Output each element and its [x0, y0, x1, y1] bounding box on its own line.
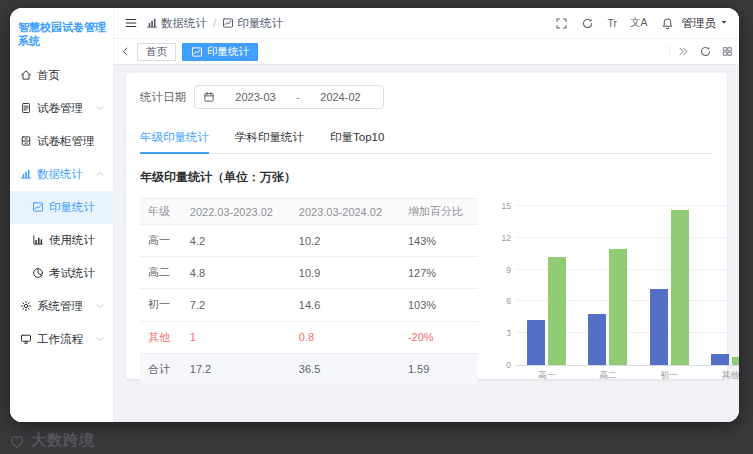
table-row: 初一7.214.6103% — [140, 289, 478, 321]
sidebar-item-label: 使用统计 — [49, 233, 105, 248]
y-axis-tick-label: 0 — [506, 360, 511, 370]
breadcrumb: 数据统计/印量统计 — [146, 16, 283, 31]
sidebar-item-home[interactable]: 首页 — [10, 59, 113, 92]
tabbar-actions — [669, 45, 733, 58]
chart-bar — [650, 289, 668, 365]
table-row: 合计17.236.51.59 — [140, 353, 478, 385]
column-header: 增加百分比 — [400, 199, 478, 225]
table-cell: 4.8 — [182, 257, 291, 289]
refresh-icon[interactable] — [581, 17, 594, 30]
gear-icon — [20, 300, 32, 312]
line-chart-icon — [222, 17, 234, 29]
topbar-actions: Tr文A — [555, 16, 673, 30]
chevron-left-icon[interactable] — [120, 46, 131, 57]
sidebar-item-data-stats[interactable]: 数据统计 — [10, 158, 113, 191]
chart-bar — [711, 354, 729, 365]
table-cell: 0.8 — [291, 321, 400, 353]
x-axis-tick-label: 高二 — [577, 365, 638, 382]
translate-icon[interactable]: 文A — [630, 16, 648, 30]
column-header: 2022.03-2023.02 — [182, 199, 291, 225]
table-cell: 高二 — [140, 257, 182, 289]
table-cell: 1.59 — [400, 353, 478, 385]
sidebar-item-label: 首页 — [37, 68, 105, 83]
column-header: 2023.03-2024.02 — [291, 199, 400, 225]
fullscreen-icon[interactable] — [555, 17, 568, 30]
tab-label: 印量统计 — [207, 45, 249, 59]
table-cell: 103% — [400, 289, 478, 321]
sidebar-item-label: 工作流程 — [37, 332, 90, 347]
chart-bar-group: 其他 — [700, 206, 739, 365]
column-chart-icon — [32, 234, 44, 246]
table-cell: 14.6 — [291, 289, 400, 321]
sidebar-item-system-mgmt[interactable]: 系统管理 — [10, 290, 113, 323]
sidebar-item-exam-stats[interactable]: 考试统计 — [10, 257, 113, 290]
table-row: 其他10.8-20% — [140, 321, 478, 353]
print-volume-chart: 03691215高一高二初一其他 — [492, 198, 739, 386]
chart-bar-group: 初一 — [639, 206, 700, 365]
table-cell: 初一 — [140, 289, 182, 321]
chart-bar — [588, 314, 606, 365]
tab-印量统计[interactable]: 印量统计 — [182, 43, 258, 61]
topbar: 数据统计/印量统计 Tr文A 管理员 — [114, 8, 739, 38]
table-cell: 17.2 — [182, 353, 291, 385]
breadcrumb-item[interactable]: 印量统计 — [222, 16, 283, 31]
bell-icon[interactable] — [661, 17, 674, 30]
line-chart-icon — [191, 46, 203, 58]
stats-tab-学科印量统计[interactable]: 学科印量统计 — [235, 123, 304, 153]
cabinet-icon — [20, 135, 32, 147]
chevron-up-icon — [95, 169, 105, 179]
refresh-icon[interactable] — [699, 45, 712, 58]
stats-tab-印量Top10[interactable]: 印量Top10 — [330, 123, 384, 153]
watermark-logo-icon — [8, 432, 26, 450]
chart-bar — [671, 210, 689, 365]
y-axis-tick-label: 3 — [506, 328, 511, 338]
user-menu[interactable]: 管理员 — [682, 16, 730, 31]
y-axis-tick-label: 15 — [502, 201, 511, 211]
sidebar-item-usage-stats[interactable]: 使用统计 — [10, 224, 113, 257]
font-size-icon[interactable]: Tr — [607, 17, 617, 29]
sidebar-item-label: 系统管理 — [37, 299, 90, 314]
sidebar-item-label: 试卷管理 — [37, 101, 90, 116]
table-cell: 7.2 — [182, 289, 291, 321]
sidebar: 智慧校园试卷管理系统 首页试卷管理试卷柜管理数据统计印量统计使用统计考试统计系统… — [10, 8, 114, 422]
bar-chart-icon — [20, 168, 32, 180]
sidebar-item-print-stats[interactable]: 印量统计 — [10, 191, 113, 224]
table-cell: -20% — [400, 321, 478, 353]
sidebar-item-label: 印量统计 — [49, 200, 105, 215]
date-range-input[interactable]: 2023-03 - 2024-02 — [194, 85, 384, 109]
tab-首页[interactable]: 首页 — [137, 43, 176, 61]
watermark-text: 大数跨境 — [31, 431, 95, 450]
table-cell: 高一 — [140, 225, 182, 257]
calendar-icon — [203, 91, 215, 103]
pie-chart-icon — [32, 267, 44, 279]
table-cell: 127% — [400, 257, 478, 289]
table-cell: 36.5 — [291, 353, 400, 385]
breadcrumb-label: 印量统计 — [237, 16, 283, 31]
monitor-icon — [20, 333, 32, 345]
table-row: 高二4.810.9127% — [140, 257, 478, 289]
sidebar-item-label: 数据统计 — [37, 167, 90, 182]
breadcrumb-item[interactable]: 数据统计 — [146, 16, 207, 31]
sidebar-item-workflow[interactable]: 工作流程 — [10, 323, 113, 356]
hamburger-icon[interactable] — [124, 16, 138, 30]
chart-bar-group: 高一 — [516, 206, 577, 365]
sidebar-item-cabinet-mgmt[interactable]: 试卷柜管理 — [10, 125, 113, 158]
column-header: 年级 — [140, 199, 182, 225]
open-tabs: 首页印量统计 — [137, 43, 258, 61]
stats-tab-年级印量统计[interactable]: 年级印量统计 — [140, 123, 209, 153]
table-header-row: 年级2022.03-2023.022023.03-2024.02增加百分比 — [140, 199, 478, 225]
stats-card: 统计日期 2023-03 - 2024-02 年级印量统计学科印量统计印量Top… — [126, 73, 727, 379]
chevron-down-icon — [95, 334, 105, 344]
main-area: 数据统计/印量统计 Tr文A 管理员 首页印量统计 统计日期 2023-03 - — [114, 8, 739, 422]
chevron-double-right-icon[interactable] — [678, 46, 689, 57]
sidebar-item-paper-mgmt[interactable]: 试卷管理 — [10, 92, 113, 125]
tab-label: 首页 — [146, 45, 167, 59]
grid-icon[interactable] — [722, 46, 733, 57]
chart-bar — [732, 357, 739, 365]
stats-columns: 年级2022.03-2023.022023.03-2024.02增加百分比高一4… — [140, 198, 713, 386]
chart-bar — [548, 257, 566, 365]
x-axis-tick-label: 其他 — [700, 365, 739, 382]
user-name: 管理员 — [682, 16, 717, 31]
y-axis-tick-label: 12 — [502, 233, 511, 243]
filter-row: 统计日期 2023-03 - 2024-02 — [140, 85, 713, 109]
